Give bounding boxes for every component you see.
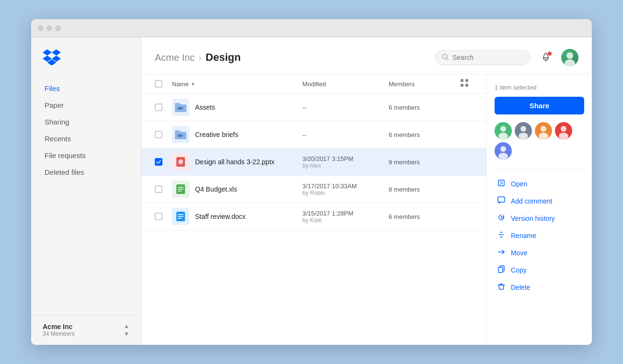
action-copy[interactable]: Copy (495, 262, 584, 279)
svg-point-2 (545, 60, 547, 61)
action-version-history[interactable]: Version history (495, 210, 584, 227)
titlebar-dot-3 (55, 25, 61, 31)
sidebar-item-recents[interactable]: Recents (39, 131, 133, 147)
sidebar-item-files[interactable]: Files (39, 80, 133, 96)
window-body: Files Paper Sharing Recents File request… (31, 37, 592, 345)
svg-rect-8 (465, 84, 468, 87)
user-avatar[interactable] (561, 49, 578, 66)
svg-point-26 (498, 133, 508, 139)
comment-icon (496, 196, 506, 206)
action-move-label: Move (511, 249, 527, 257)
table-header: Name ▼ Modified Members (141, 74, 486, 94)
row-checkbox-cell-q4-budget (155, 185, 172, 193)
select-all-checkbox[interactable] (155, 80, 162, 88)
titlebar-dot-1 (38, 25, 44, 31)
svg-point-34 (498, 153, 508, 159)
row-members-assets: 6 members (389, 104, 456, 111)
file-name-assets: Assets (195, 103, 215, 111)
file-row-q4-budget[interactable]: Q4 Budget.xls 3/17/2017 10:33AM by Robin… (141, 176, 486, 203)
svg-point-25 (500, 126, 506, 132)
sidebar: Files Paper Sharing Recents File request… (31, 37, 141, 345)
action-delete-label: Delete (511, 284, 530, 291)
row-members-creative-briefs: 6 members (389, 131, 456, 138)
sort-arrow-icon: ▼ (191, 81, 196, 87)
svg-point-11 (179, 107, 182, 110)
sidebar-footer-info: Acme Inc 34 Members (43, 323, 75, 337)
file-row-staff-review[interactable]: Staff review.docx 3/15/2017 1:28PM by Ka… (141, 203, 486, 230)
search-icon (442, 54, 449, 62)
row-checkbox-creative-briefs[interactable] (155, 131, 162, 138)
svg-point-32 (559, 133, 568, 139)
file-row-design-all-hands[interactable]: Design all hands 3-22.pptx 3/20/2017 3:1… (141, 148, 486, 176)
action-open[interactable]: Open (495, 175, 584, 193)
member-avatars (495, 122, 584, 159)
file-area: Name ▼ Modified Members (141, 74, 592, 345)
search-bar[interactable] (435, 50, 531, 65)
row-name-assets: Assets (172, 99, 302, 116)
row-modified-staff-review: 3/15/2017 1:28PM by Kate (302, 210, 389, 224)
svg-rect-23 (178, 216, 184, 217)
row-checkbox-q4-budget[interactable] (155, 185, 162, 193)
svg-rect-22 (178, 214, 184, 215)
row-modified-assets: -- (302, 104, 389, 111)
file-list: Name ▼ Modified Members (141, 74, 486, 345)
org-members: 34 Members (43, 330, 75, 337)
view-toggle-icon[interactable] (456, 79, 473, 89)
copy-icon (496, 265, 506, 275)
column-name-label: Name (172, 80, 189, 88)
row-checkbox-cell-creative-briefs (155, 131, 172, 138)
search-input[interactable] (452, 54, 523, 61)
member-avatar-3[interactable] (535, 122, 552, 139)
sidebar-navigation: Files Paper Sharing Recents File request… (31, 80, 141, 315)
file-row-creative-briefs[interactable]: Creative briefs -- 6 members (141, 121, 486, 148)
action-delete[interactable]: Delete (495, 279, 584, 296)
org-selector-chevron[interactable]: ▲ ▼ (124, 323, 129, 337)
row-members-q4-budget: 8 members (389, 186, 456, 193)
row-modified-design-all-hands: 3/20/2017 3:15PM by Alex (302, 155, 389, 169)
open-icon (496, 179, 506, 189)
action-copy-label: Copy (511, 266, 527, 274)
divider (495, 169, 584, 170)
row-members-staff-review: 6 members (389, 213, 456, 220)
pptx-icon-design-all-hands (172, 153, 189, 171)
row-name-q4-budget: Q4 Budget.xls (172, 181, 302, 198)
sidebar-item-sharing[interactable]: Sharing (39, 114, 133, 130)
sidebar-item-deleted-files[interactable]: Deleted files (39, 164, 133, 180)
folder-icon-assets (172, 99, 189, 116)
file-row-assets[interactable]: Assets -- 6 members (141, 94, 486, 121)
member-avatar-2[interactable] (515, 122, 532, 139)
share-button[interactable]: Share (495, 97, 584, 114)
member-avatar-5[interactable] (495, 142, 512, 159)
svg-point-29 (541, 126, 546, 132)
breadcrumb-separator: › (198, 52, 202, 63)
action-move[interactable]: Move (495, 244, 584, 262)
svg-point-3 (566, 52, 573, 59)
move-icon (496, 248, 506, 258)
svg-rect-40 (498, 267, 503, 273)
member-avatar-4[interactable] (555, 122, 572, 139)
right-panel: 1 item selected Share (486, 74, 592, 345)
breadcrumb-parent[interactable]: Acme Inc (155, 52, 195, 63)
rename-icon (496, 231, 506, 240)
svg-rect-6 (465, 79, 468, 82)
svg-point-28 (519, 133, 528, 139)
member-avatar-1[interactable] (495, 122, 512, 139)
breadcrumb-current: Design (206, 51, 241, 64)
action-add-comment[interactable]: Add comment (495, 193, 584, 210)
folder-icon-creative-briefs (172, 126, 189, 143)
chevron-down-icon: ▼ (124, 330, 129, 337)
notification-button[interactable] (538, 50, 554, 65)
svg-point-33 (500, 146, 506, 152)
sidebar-item-file-requests[interactable]: File requests (39, 148, 133, 163)
row-checkbox-staff-review[interactable] (155, 213, 162, 220)
sidebar-item-paper[interactable]: Paper (39, 97, 133, 113)
file-name-staff-review: Staff review.docx (195, 213, 246, 220)
row-checkbox-design-all-hands[interactable] (155, 158, 162, 166)
column-name[interactable]: Name ▼ (172, 80, 302, 88)
svg-point-30 (539, 133, 548, 139)
sidebar-logo (31, 49, 141, 80)
row-checkbox-assets[interactable] (155, 103, 162, 111)
svg-rect-35 (498, 180, 504, 186)
action-rename[interactable]: Rename (495, 227, 584, 244)
svg-point-14 (179, 134, 182, 137)
